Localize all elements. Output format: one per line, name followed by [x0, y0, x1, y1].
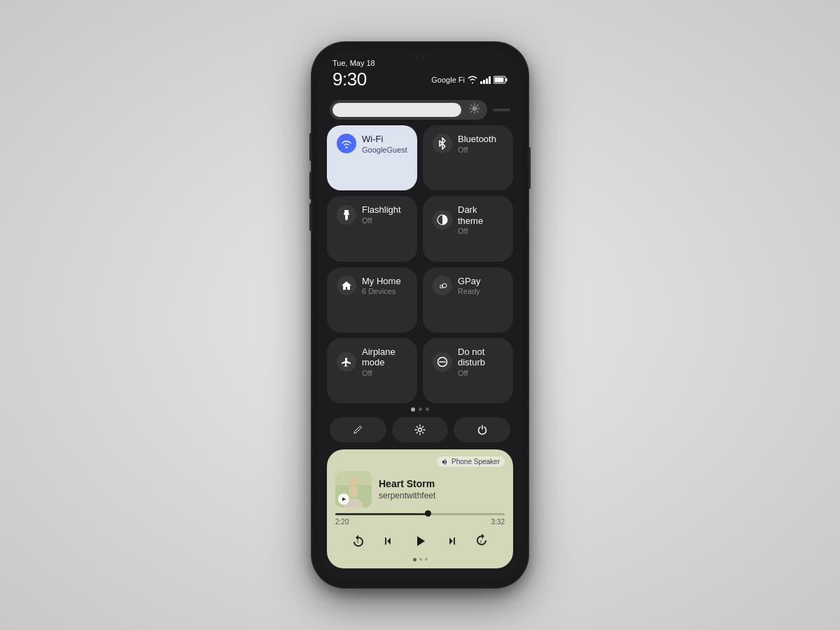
brightness-row — [318, 96, 522, 125]
media-thumbnail: ▶ — [335, 471, 372, 507]
total-time: 3:32 — [491, 518, 505, 526]
media-dot-1 — [413, 558, 416, 561]
media-artist: serpentwithfeet — [379, 491, 505, 500]
tile-my-home[interactable]: My Home 6 Devices — [327, 267, 417, 332]
svg-point-3 — [472, 106, 477, 111]
svg-marker-14 — [344, 212, 349, 215]
date-display: Tue, May 18 — [332, 59, 375, 67]
flashlight-sublabel: Off — [362, 216, 401, 225]
tile-bluetooth[interactable]: Bluetooth Off — [423, 125, 513, 190]
signal-bars — [480, 76, 491, 84]
speaker-icon — [442, 458, 449, 465]
next-button[interactable] — [442, 531, 462, 551]
edit-button[interactable] — [330, 417, 386, 442]
dnd-label: Do not disturb — [458, 346, 503, 368]
airplane-mode-label: Airplane mode — [362, 346, 407, 368]
media-title: Heart Storm — [379, 478, 505, 489]
home-icon — [337, 276, 356, 295]
media-progress-section: 2:20 3:32 — [335, 513, 505, 526]
flashlight-label: Flashlight — [362, 204, 401, 216]
quick-settings-grid: Wi-Fi GoogleGuest Bluetooth Off — [318, 125, 522, 403]
replay-icon: 5 — [351, 534, 365, 548]
airplane-icon — [337, 352, 356, 372]
gpay-label: GPay — [458, 276, 481, 287]
phone-device: Tue, May 18 9:30 Google Fi — [312, 42, 528, 588]
svg-rect-2 — [495, 77, 504, 82]
bluetooth-sublabel: Off — [458, 146, 496, 154]
page-dot-1 — [411, 407, 415, 412]
tile-flashlight[interactable]: Flashlight Off — [327, 196, 417, 261]
previous-icon — [381, 534, 395, 548]
svg-text:G: G — [440, 284, 444, 288]
media-source-badge: Phone Speaker — [437, 456, 505, 467]
svg-line-11 — [477, 105, 478, 106]
replay-button[interactable]: 5 — [349, 531, 368, 551]
signal-bar-2 — [483, 80, 485, 84]
next-icon — [445, 534, 459, 548]
dark-theme-sublabel: Off — [458, 227, 503, 235]
dark-theme-icon — [433, 210, 452, 230]
bottom-buttons-row — [318, 414, 522, 447]
play-icon — [412, 533, 428, 550]
previous-button[interactable] — [378, 531, 398, 551]
gpay-icon: G — [433, 276, 452, 295]
tile-airplane-mode[interactable]: Airplane mode Off — [327, 338, 417, 403]
dark-theme-label: Dark theme — [458, 204, 503, 226]
current-time: 2:20 — [335, 518, 349, 526]
media-dot-3 — [425, 558, 428, 561]
phone-screen: Tue, May 18 9:30 Google Fi — [318, 50, 522, 580]
flashlight-icon — [337, 205, 356, 225]
edit-icon — [353, 425, 363, 435]
power-button[interactable] — [454, 417, 510, 442]
bluetooth-icon — [433, 134, 452, 153]
progress-fill — [335, 513, 428, 515]
svg-line-9 — [477, 111, 478, 112]
my-home-sublabel: 6 Devices — [362, 287, 401, 295]
tile-do-not-disturb[interactable]: Do not disturb Off — [423, 338, 513, 403]
svg-rect-1 — [506, 78, 507, 81]
status-main-row: 9:30 Google Fi — [332, 69, 507, 93]
play-pause-button[interactable] — [407, 528, 433, 554]
svg-text:5: 5 — [480, 540, 482, 544]
settings-button[interactable] — [392, 417, 449, 442]
progress-track[interactable] — [335, 513, 505, 515]
svg-rect-15 — [345, 215, 348, 219]
svg-rect-16 — [346, 219, 348, 220]
settings-icon — [414, 424, 426, 435]
battery-icon — [493, 76, 507, 84]
forward-icon: 5 — [475, 534, 489, 548]
bluetooth-label: Bluetooth — [458, 134, 496, 145]
forward-button[interactable]: 5 — [472, 531, 491, 551]
progress-thumb — [425, 510, 431, 517]
power-icon — [477, 424, 488, 435]
tile-wifi[interactable]: Wi-Fi GoogleGuest — [327, 125, 417, 190]
media-controls: 5 — [335, 528, 505, 554]
media-source-label: Phone Speaker — [451, 458, 500, 465]
svg-rect-28 — [349, 486, 358, 497]
wifi-label: Wi-Fi — [362, 134, 407, 145]
tile-dark-theme[interactable]: Dark theme Off — [423, 196, 513, 261]
svg-point-12 — [346, 146, 347, 148]
wifi-icon — [337, 134, 356, 153]
dnd-icon — [433, 352, 452, 372]
signal-bar-1 — [480, 81, 482, 84]
svg-line-8 — [471, 105, 472, 106]
progress-times: 2:20 3:32 — [335, 518, 505, 526]
page-dot-2 — [419, 407, 422, 411]
svg-rect-24 — [442, 461, 444, 463]
tile-gpay[interactable]: G GPay Ready — [423, 267, 513, 332]
media-header: Phone Speaker — [335, 456, 505, 467]
brightness-icon — [469, 103, 480, 117]
wifi-sublabel: GoogleGuest — [362, 146, 407, 154]
page-indicators — [318, 403, 522, 414]
brightness-slider[interactable] — [330, 100, 487, 120]
media-player: Phone Speaker — [327, 449, 513, 568]
svg-point-23 — [419, 428, 422, 432]
mini-play-button[interactable]: ▶ — [338, 493, 349, 505]
carrier-label: Google Fi — [431, 76, 465, 84]
signal-bar-3 — [486, 78, 488, 84]
my-home-label: My Home — [362, 276, 401, 287]
media-content: ▶ Heart Storm serpentwithfeet — [335, 471, 505, 507]
media-dot-2 — [419, 558, 422, 561]
brightness-end — [493, 108, 510, 111]
